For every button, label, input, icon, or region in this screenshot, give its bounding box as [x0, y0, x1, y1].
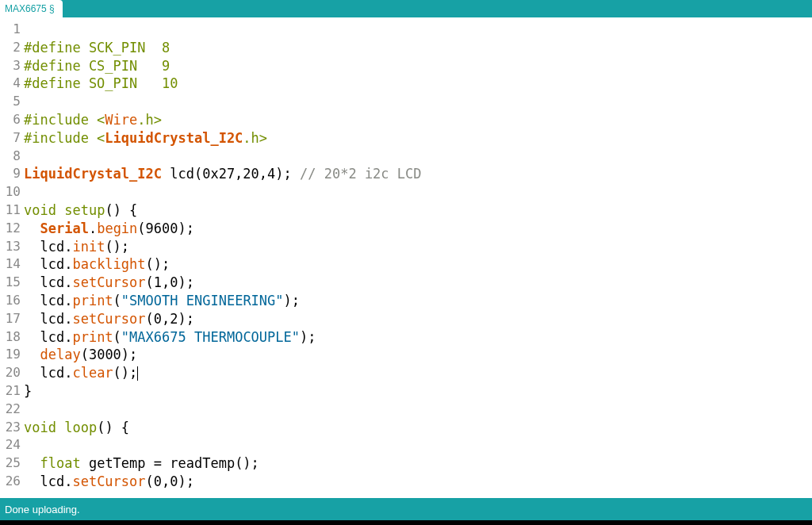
status-bar: Done uploading.: [0, 498, 812, 520]
code-line[interactable]: [24, 436, 812, 454]
code-line[interactable]: [24, 400, 812, 419]
line-number: 20: [0, 364, 21, 382]
line-number: 8: [0, 148, 21, 166]
line-number: 5: [0, 93, 21, 111]
code-line[interactable]: LiquidCrystal_I2C lcd(0x27,20,4); // 20*…: [24, 165, 812, 183]
line-number: 7: [0, 129, 21, 148]
tab-label: MAX6675 §: [5, 3, 55, 14]
code-line[interactable]: }: [24, 382, 812, 400]
code-line[interactable]: lcd.print("MAX6675 THERMOCOUPLE");: [24, 328, 812, 347]
line-number: 11: [0, 201, 21, 220]
line-number: 17: [0, 310, 21, 328]
line-number: 14: [0, 255, 21, 274]
code-line[interactable]: #include <LiquidCrystal_I2C.h>: [24, 129, 812, 148]
code-line[interactable]: [24, 21, 812, 39]
code-content[interactable]: #define SCK_PIN 8#define CS_PIN 9#define…: [24, 21, 812, 498]
line-number: 21: [0, 382, 21, 400]
line-number: 1: [0, 21, 21, 39]
code-line[interactable]: float getTemp = readTemp();: [24, 454, 812, 473]
code-line[interactable]: [24, 148, 812, 166]
line-number: 6: [0, 111, 21, 129]
line-number: 3: [0, 57, 21, 75]
code-line[interactable]: #define CS_PIN 9: [24, 57, 812, 75]
code-line[interactable]: [24, 93, 812, 111]
line-number: 18: [0, 328, 21, 347]
status-text: Done uploading.: [5, 504, 80, 515]
line-number: 13: [0, 238, 21, 256]
tab-bar: MAX6675 §: [0, 0, 812, 17]
code-line[interactable]: #include <Wire.h>: [24, 111, 812, 129]
line-number: 19: [0, 346, 21, 364]
line-number: 26: [0, 473, 21, 491]
code-line[interactable]: lcd.backlight();: [24, 255, 812, 274]
code-line[interactable]: [24, 183, 812, 201]
code-line[interactable]: lcd.print("SMOOTH ENGINEERING");: [24, 292, 812, 310]
line-number: 12: [0, 220, 21, 238]
line-number: 22: [0, 400, 21, 419]
line-number: 4: [0, 75, 21, 93]
code-line[interactable]: #define SCK_PIN 8: [24, 39, 812, 57]
code-line[interactable]: delay(3000);: [24, 346, 812, 364]
code-line[interactable]: lcd.setCursor(0,0);: [24, 473, 812, 491]
line-number: 2: [0, 39, 21, 57]
code-line[interactable]: lcd.init();: [24, 238, 812, 256]
code-line[interactable]: #define SO_PIN 10: [24, 75, 812, 93]
code-line[interactable]: void loop() {: [24, 419, 812, 437]
code-line[interactable]: lcd.setCursor(0,2);: [24, 310, 812, 328]
code-line[interactable]: Serial.begin(9600);: [24, 220, 812, 238]
line-number: 23: [0, 419, 21, 437]
text-cursor: [137, 366, 138, 381]
code-line[interactable]: lcd.clear();: [24, 364, 812, 382]
console-strip: [0, 520, 812, 525]
line-number: 10: [0, 183, 21, 201]
code-editor[interactable]: 1234567891011121314151617181920212223242…: [0, 17, 812, 498]
line-number-gutter: 1234567891011121314151617181920212223242…: [0, 21, 24, 498]
line-number: 25: [0, 454, 21, 473]
tab-sketch[interactable]: MAX6675 §: [0, 0, 63, 17]
line-number: 9: [0, 165, 21, 183]
code-line[interactable]: void setup() {: [24, 201, 812, 220]
line-number: 24: [0, 436, 21, 454]
line-number: 15: [0, 274, 21, 292]
line-number: 16: [0, 292, 21, 310]
code-line[interactable]: lcd.setCursor(1,0);: [24, 274, 812, 292]
